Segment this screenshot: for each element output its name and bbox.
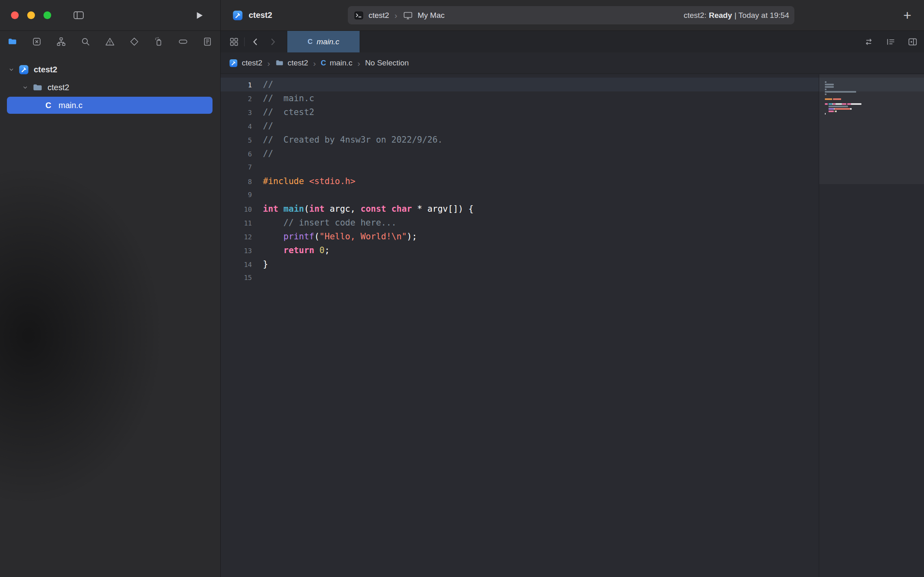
run-button[interactable] bbox=[194, 10, 204, 21]
build-status[interactable]: ctest2: Ready | Today at 19:54 bbox=[683, 6, 789, 24]
zoom-button[interactable] bbox=[43, 11, 51, 19]
navigator-tab-report[interactable] bbox=[202, 37, 213, 47]
navigator-tab-find[interactable] bbox=[80, 37, 91, 47]
scheme-selector[interactable]: ctest2 › My Mac bbox=[348, 6, 445, 24]
terminal-scheme-icon bbox=[354, 10, 364, 21]
breadcrumb-item-no-selection[interactable]: No Selection bbox=[365, 59, 409, 67]
navigator-tab-breakpoint[interactable] bbox=[178, 37, 188, 47]
grid-icon bbox=[229, 37, 239, 47]
close-button[interactable] bbox=[11, 11, 19, 19]
tab-bar-right-controls bbox=[863, 31, 918, 52]
go-forward-button[interactable] bbox=[267, 37, 278, 47]
folder-icon bbox=[7, 37, 17, 47]
code-text: // insert code here... bbox=[263, 216, 397, 230]
line-number[interactable]: 2 bbox=[221, 92, 252, 106]
line-number[interactable]: 5 bbox=[221, 134, 252, 148]
xcode-app-icon bbox=[232, 10, 243, 21]
minimap-line bbox=[825, 115, 861, 117]
window-title: ctest2 bbox=[249, 11, 272, 20]
breadcrumb-label: No Selection bbox=[365, 59, 409, 67]
window-controls bbox=[11, 11, 51, 19]
minimap[interactable] bbox=[819, 74, 924, 577]
breadcrumb-item-ctest2[interactable]: ctest2 bbox=[229, 59, 262, 68]
project-file-tree: ctest2ctest2Cmain.c bbox=[0, 52, 220, 114]
breadcrumb-separator: › bbox=[267, 59, 270, 67]
tab-label: main.c bbox=[317, 37, 339, 46]
toggle-sidebar-button[interactable] bbox=[72, 9, 85, 21]
line-number[interactable]: 10 bbox=[221, 203, 252, 217]
code-text: // ctest2 bbox=[263, 105, 314, 119]
line-number[interactable]: 4 bbox=[221, 120, 252, 134]
tab-bar-left-controls bbox=[229, 31, 278, 52]
tree-row-main.c[interactable]: Cmain.c bbox=[7, 97, 213, 114]
related-items-button[interactable] bbox=[229, 37, 239, 47]
code-text: // Created by 4nsw3r on 2022/9/26. bbox=[263, 133, 443, 147]
capsule-icon bbox=[178, 37, 188, 47]
line-number[interactable]: 8 bbox=[221, 175, 252, 189]
breadcrumb-separator: › bbox=[313, 59, 316, 67]
swap-arrows-icon bbox=[863, 37, 874, 47]
line-number[interactable]: 3 bbox=[221, 106, 252, 120]
line-number[interactable]: 6 bbox=[221, 148, 252, 161]
navigator-tab-bar bbox=[0, 31, 220, 52]
source-editor[interactable]: 1//2// main.c3// ctest24//5// Created by… bbox=[221, 74, 924, 577]
toolbar: ctest2 ctest2 › My Mac ctest2: Ready | T… bbox=[0, 0, 924, 31]
line-number[interactable]: 11 bbox=[221, 217, 252, 230]
breadcrumb-item-ctest2[interactable]: ctest2 bbox=[275, 59, 308, 67]
breadcrumb-label: ctest2 bbox=[288, 59, 308, 67]
status-project: ctest2: bbox=[683, 11, 706, 20]
line-number[interactable]: 12 bbox=[221, 230, 252, 244]
scheme-name[interactable]: ctest2 bbox=[369, 11, 389, 20]
run-destination[interactable]: My Mac bbox=[418, 11, 445, 20]
chevron-separator: › bbox=[394, 11, 398, 20]
report-icon bbox=[202, 37, 213, 47]
split-editor-icon bbox=[907, 37, 918, 47]
navigator-tab-debug[interactable] bbox=[154, 37, 164, 47]
folder-icon bbox=[275, 59, 284, 67]
go-back-button[interactable] bbox=[250, 37, 261, 47]
x-square-icon bbox=[32, 37, 42, 47]
play-icon bbox=[194, 10, 204, 21]
breadcrumb-item-main-c[interactable]: Cmain.c bbox=[321, 59, 352, 67]
status-state: Ready bbox=[709, 11, 732, 20]
disclosure-triangle[interactable] bbox=[22, 84, 28, 91]
line-number[interactable]: 1 bbox=[221, 78, 252, 92]
editor-area: C main.c ctest2›ctest2›Cmain.c›No Select… bbox=[221, 31, 924, 577]
xcode-window: ctest2 ctest2 › My Mac ctest2: Ready | T… bbox=[0, 0, 924, 577]
navigator-tab-symbol[interactable] bbox=[56, 37, 66, 47]
navigator-tab-issue[interactable] bbox=[105, 37, 115, 47]
adjust-editor-options-button[interactable] bbox=[885, 37, 896, 47]
code-text: } bbox=[263, 257, 268, 271]
sidebar-shadow-overlay bbox=[0, 76, 220, 577]
line-number[interactable]: 7 bbox=[221, 161, 252, 174]
tree-item-label: ctest2 bbox=[48, 83, 69, 92]
breadcrumb-separator: › bbox=[357, 59, 360, 67]
navigator-tab-source-control[interactable] bbox=[32, 37, 42, 47]
code-text: // bbox=[263, 147, 273, 161]
breadcrumb-label: ctest2 bbox=[242, 59, 262, 67]
navigator-tab-test[interactable] bbox=[129, 37, 139, 47]
line-number[interactable]: 9 bbox=[221, 188, 252, 202]
c-file-icon: C bbox=[43, 101, 54, 110]
line-number[interactable]: 14 bbox=[221, 258, 252, 272]
disclosure-triangle[interactable] bbox=[8, 66, 15, 73]
c-file-icon: C bbox=[308, 38, 312, 46]
library-add-button[interactable]: + bbox=[900, 7, 915, 23]
jump-bar: ctest2›ctest2›Cmain.c›No Selection bbox=[221, 52, 924, 74]
navigator-tab-project[interactable] bbox=[7, 37, 17, 47]
sidebar-divider[interactable] bbox=[220, 0, 221, 577]
add-editor-button[interactable] bbox=[907, 37, 918, 47]
code-text: // bbox=[263, 78, 273, 91]
tree-row-ctest2[interactable]: ctest2 bbox=[0, 78, 220, 96]
code-text: printf("Hello, World!\n"); bbox=[263, 230, 417, 243]
spray-icon bbox=[154, 37, 164, 47]
minimize-button[interactable] bbox=[27, 11, 35, 19]
tree-row-ctest2[interactable]: ctest2 bbox=[0, 61, 220, 78]
code-review-button[interactable] bbox=[863, 37, 874, 47]
line-number[interactable]: 13 bbox=[221, 244, 252, 258]
minimap-lines bbox=[825, 81, 861, 117]
status-detail: | Today at 19:54 bbox=[734, 11, 789, 20]
editor-options-icon bbox=[885, 37, 896, 47]
line-number[interactable]: 15 bbox=[221, 271, 252, 285]
editor-tab-main-c[interactable]: C main.c bbox=[287, 31, 360, 52]
